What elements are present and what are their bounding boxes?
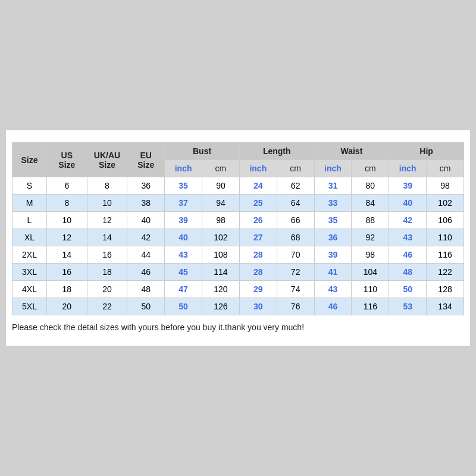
col-header-us: USSize — [47, 143, 87, 177]
col-header-waist: Waist — [314, 143, 389, 160]
waist-cm-header: cm — [352, 160, 389, 177]
table-cell: 12 — [87, 212, 127, 229]
table-cell: 50 — [127, 298, 165, 315]
table-cell: 6 — [47, 177, 87, 195]
col-header-size: Size — [12, 143, 47, 177]
table-row: 4XL1820484712029744311050128 — [12, 281, 464, 298]
table-cell: 108 — [202, 246, 240, 264]
table-cell: 29 — [239, 281, 277, 298]
table-cell: 38 — [127, 195, 165, 212]
table-cell: 50 — [389, 281, 427, 298]
table-cell: 37 — [165, 195, 202, 212]
table-cell: L — [12, 212, 47, 229]
table-cell: 70 — [277, 246, 314, 264]
table-cell: 40 — [165, 229, 202, 246]
table-cell: 33 — [314, 195, 352, 212]
table-cell: 116 — [427, 246, 464, 264]
table-cell: 14 — [47, 246, 87, 264]
hip-cm-header: cm — [427, 160, 464, 177]
table-row: 3XL1618464511428724110448122 — [12, 264, 464, 281]
table-cell: 16 — [47, 264, 87, 281]
table-cell: 46 — [389, 246, 427, 264]
table-row: L10124039982666358842106 — [12, 212, 464, 229]
table-cell: 24 — [239, 177, 277, 195]
table-cell: 66 — [277, 212, 314, 229]
table-cell: 31 — [314, 177, 352, 195]
table-cell: 18 — [87, 264, 127, 281]
table-cell: 50 — [165, 298, 202, 315]
table-cell: 10 — [47, 212, 87, 229]
table-cell: 20 — [47, 298, 87, 315]
table-cell: 40 — [127, 212, 165, 229]
table-cell: 104 — [352, 264, 389, 281]
table-cell: 39 — [165, 212, 202, 229]
table-cell: 12 — [47, 229, 87, 246]
table-cell: 3XL — [12, 264, 47, 281]
table-cell: 43 — [165, 246, 202, 264]
main-container: Size USSize UK/AUSize EUSize Bust Length… — [6, 130, 470, 346]
table-row: 2XL141644431082870399846116 — [12, 246, 464, 264]
table-cell: 45 — [165, 264, 202, 281]
table-cell: 26 — [239, 212, 277, 229]
table-cell: 43 — [389, 229, 427, 246]
table-cell: 44 — [127, 246, 165, 264]
table-cell: 120 — [202, 281, 240, 298]
table-cell: 48 — [127, 281, 165, 298]
table-cell: 88 — [352, 212, 389, 229]
table-cell: 22 — [87, 298, 127, 315]
table-cell: 16 — [87, 246, 127, 264]
table-cell: 14 — [87, 229, 127, 246]
col-header-bust: Bust — [165, 143, 240, 160]
table-row: 5XL2022505012630764611653134 — [12, 298, 464, 315]
bust-cm-header: cm — [202, 160, 240, 177]
table-cell: 18 — [47, 281, 87, 298]
table-cell: 41 — [314, 264, 352, 281]
col-header-uk: UK/AUSize — [87, 143, 127, 177]
table-cell: 110 — [352, 281, 389, 298]
table-cell: 28 — [239, 246, 277, 264]
table-cell: 114 — [202, 264, 240, 281]
table-row: S68363590246231803998 — [12, 177, 464, 195]
col-header-eu: EUSize — [127, 143, 165, 177]
table-row: M8103837942564338440102 — [12, 195, 464, 212]
table-cell: 126 — [202, 298, 240, 315]
bust-inch-header: inch — [165, 160, 202, 177]
table-cell: 98 — [352, 246, 389, 264]
table-cell: 62 — [277, 177, 314, 195]
table-cell: 25 — [239, 195, 277, 212]
waist-inch-header: inch — [314, 160, 352, 177]
table-cell: 102 — [202, 229, 240, 246]
length-inch-header: inch — [239, 160, 277, 177]
col-header-length: Length — [239, 143, 314, 160]
table-cell: 53 — [389, 298, 427, 315]
table-cell: 36 — [127, 177, 165, 195]
table-cell: 28 — [239, 264, 277, 281]
table-cell: 84 — [352, 195, 389, 212]
footer-note: Please check the detail sizes with yours… — [12, 321, 464, 334]
table-cell: 42 — [389, 212, 427, 229]
table-cell: 116 — [352, 298, 389, 315]
table-cell: 42 — [127, 229, 165, 246]
table-cell: 5XL — [12, 298, 47, 315]
table-cell: 76 — [277, 298, 314, 315]
table-cell: XL — [12, 229, 47, 246]
table-cell: 39 — [389, 177, 427, 195]
table-row: XL121442401022768369243110 — [12, 229, 464, 246]
table-cell: M — [12, 195, 47, 212]
table-cell: 98 — [427, 177, 464, 195]
table-cell: 35 — [314, 212, 352, 229]
table-cell: 27 — [239, 229, 277, 246]
table-cell: 110 — [427, 229, 464, 246]
table-cell: 46 — [314, 298, 352, 315]
size-chart-table: Size USSize UK/AUSize EUSize Bust Length… — [12, 142, 464, 315]
table-cell: 64 — [277, 195, 314, 212]
length-cm-header: cm — [277, 160, 314, 177]
table-cell: 4XL — [12, 281, 47, 298]
table-cell: 39 — [314, 246, 352, 264]
table-cell: 30 — [239, 298, 277, 315]
table-cell: 35 — [165, 177, 202, 195]
table-cell: 122 — [427, 264, 464, 281]
table-cell: 46 — [127, 264, 165, 281]
table-cell: 80 — [352, 177, 389, 195]
table-cell: 43 — [314, 281, 352, 298]
